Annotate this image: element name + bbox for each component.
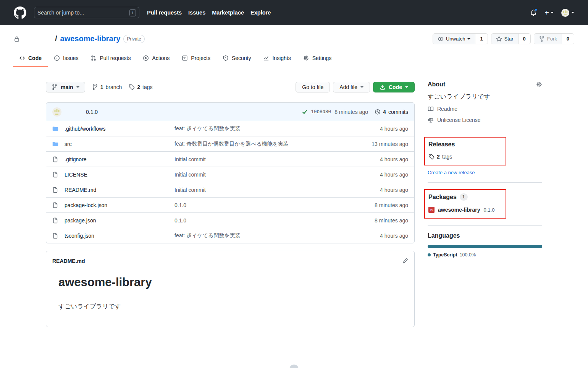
commit-sha-link[interactable]: 10b8d80 xyxy=(311,109,331,115)
file-commit-message[interactable]: 0.1.0 xyxy=(174,217,345,224)
file-name-link[interactable]: README.md xyxy=(65,187,168,193)
code-icon xyxy=(19,55,25,61)
about-section: About すごいライブラリです Readme Unlicense Licens… xyxy=(428,81,542,130)
branch-selector-button[interactable]: main xyxy=(46,82,85,92)
file-commit-message[interactable]: Initial commit xyxy=(174,172,345,178)
tab-actions[interactable]: Actions xyxy=(137,50,176,67)
graph-icon xyxy=(263,55,269,61)
file-name-link[interactable]: .gitignore xyxy=(65,156,168,162)
repo-name-link[interactable]: awesome-library xyxy=(60,34,121,43)
packages-title[interactable]: Packages xyxy=(428,194,457,201)
packages-section: Packages 1 n awesome-library 0.1.0 xyxy=(428,189,542,226)
create-new-menu[interactable]: + xyxy=(544,8,554,17)
pull-request-icon xyxy=(90,55,97,61)
edit-about-gear-icon[interactable] xyxy=(536,81,542,88)
branches-link[interactable]: 1branch xyxy=(92,84,122,90)
shield-icon xyxy=(223,55,229,61)
folder-icon xyxy=(52,126,58,132)
tab-settings[interactable]: Settings xyxy=(297,50,338,67)
about-description: すごいライブラリです xyxy=(428,93,542,101)
file-name-link[interactable]: tsconfig.json xyxy=(65,233,168,239)
tab-projects[interactable]: Projects xyxy=(176,50,216,67)
file-toolbar: main 1branch 2tags Go to file Add file C… xyxy=(46,81,415,93)
tab-security[interactable]: Security xyxy=(216,50,257,67)
file-name-link[interactable]: src xyxy=(65,141,168,147)
forks-count[interactable]: 0 xyxy=(562,34,574,44)
add-file-button[interactable]: Add file xyxy=(333,82,370,92)
releases-title[interactable]: Releases xyxy=(428,141,455,148)
code-download-button[interactable]: Code xyxy=(373,82,415,92)
repo-social-actions: Unwatch 1 Star 0 Fork 0 xyxy=(433,33,574,44)
chevron-down-icon xyxy=(571,12,574,13)
tab-pull-requests[interactable]: Pull requests xyxy=(84,50,137,67)
tag-icon xyxy=(428,154,435,160)
language-legend-item[interactable]: TypeScript 100.0% xyxy=(428,252,542,258)
user-avatar-menu[interactable] xyxy=(561,9,574,17)
watch-button-group: Unwatch 1 xyxy=(433,33,488,44)
package-link[interactable]: n awesome-library 0.1.0 xyxy=(428,207,506,213)
latest-commit-message[interactable]: 0.1.0 xyxy=(86,109,98,115)
notifications-bell-icon[interactable] xyxy=(530,9,537,16)
github-logo-icon[interactable] xyxy=(14,6,26,19)
file-commit-message[interactable]: Initial commit xyxy=(174,187,345,193)
github-footer-mark-icon xyxy=(289,365,299,368)
star-button-group: Star 0 xyxy=(491,33,531,44)
tab-insights[interactable]: Insights xyxy=(257,50,297,67)
file-icon xyxy=(52,187,58,193)
file-name-link[interactable]: package-lock.json xyxy=(65,202,168,208)
watchers-count[interactable]: 1 xyxy=(475,34,487,44)
folder-icon xyxy=(52,141,58,147)
nav-pull-requests[interactable]: Pull requests xyxy=(147,10,182,16)
create-release-link[interactable]: Create a new release xyxy=(428,170,475,175)
file-name-link[interactable]: .github/workflows xyxy=(65,126,168,132)
nav-explore[interactable]: Explore xyxy=(250,10,271,16)
language-bar-typescript[interactable] xyxy=(428,245,542,248)
stars-count[interactable]: 0 xyxy=(518,34,530,44)
nav-issues[interactable]: Issues xyxy=(188,10,205,16)
fork-button[interactable]: Fork xyxy=(534,34,562,44)
commit-time: 8 minutes ago xyxy=(334,109,368,115)
file-commit-time: 8 minutes ago xyxy=(351,217,408,224)
tab-issues[interactable]: Issues xyxy=(48,50,84,67)
main-layout: main 1branch 2tags Go to file Add file C… xyxy=(46,67,542,327)
releases-section: Releases 2tags Create a new release xyxy=(428,137,542,183)
check-icon[interactable] xyxy=(302,109,308,115)
file-commit-time: 4 hours ago xyxy=(351,172,408,178)
file-commit-message[interactable]: 0.1.0 xyxy=(174,202,345,208)
nav-marketplace[interactable]: Marketplace xyxy=(212,10,244,16)
search-input[interactable] xyxy=(37,10,129,16)
git-branch-icon xyxy=(92,84,98,90)
releases-tags-link[interactable]: 2tags xyxy=(428,154,506,160)
chevron-down-icon xyxy=(467,38,470,40)
goto-file-button[interactable]: Go to file xyxy=(296,82,330,92)
committer-avatar[interactable] xyxy=(52,107,61,117)
packages-annotation-box: Packages 1 n awesome-library 0.1.0 xyxy=(424,189,506,219)
commit-history-link[interactable]: 4commits xyxy=(375,109,408,115)
topnav-right-controls: + xyxy=(530,8,574,17)
edit-readme-pencil-icon[interactable] xyxy=(402,258,408,264)
file-commit-message[interactable]: feat: 奇数番目か偶数番目かを選べる機能を実装 xyxy=(174,141,345,148)
global-search[interactable]: / xyxy=(34,7,139,18)
file-commit-message[interactable]: feat: 超イケてる関数を実装 xyxy=(174,232,345,239)
license-link[interactable]: Unlicense License xyxy=(428,117,542,123)
tab-code[interactable]: Code xyxy=(13,50,48,67)
unread-notification-dot xyxy=(534,8,538,11)
file-name-link[interactable]: package.json xyxy=(65,217,168,224)
file-icon xyxy=(52,217,58,224)
fork-button-group: Fork 0 xyxy=(534,33,574,44)
file-commit-time: 4 hours ago xyxy=(351,233,408,239)
unwatch-button[interactable]: Unwatch xyxy=(433,34,475,44)
book-icon xyxy=(428,106,434,112)
avatar xyxy=(561,9,569,17)
file-commit-time: 4 hours ago xyxy=(351,156,408,162)
file-commit-message[interactable]: feat: 超イケてる関数を実装 xyxy=(174,125,345,132)
file-commit-message[interactable]: Initial commit xyxy=(174,156,345,162)
code-main-column: main 1branch 2tags Go to file Add file C… xyxy=(46,81,415,327)
file-name-link[interactable]: LICENSE xyxy=(65,172,168,178)
star-button[interactable]: Star xyxy=(491,34,518,44)
latest-commit-bar: 0.1.0 10b8d80 8 minutes ago 4commits xyxy=(46,103,414,121)
file-icon xyxy=(52,172,58,178)
tags-link[interactable]: 2tags xyxy=(129,84,152,90)
readme-link[interactable]: Readme xyxy=(428,106,542,112)
visibility-badge: Private xyxy=(123,35,144,43)
